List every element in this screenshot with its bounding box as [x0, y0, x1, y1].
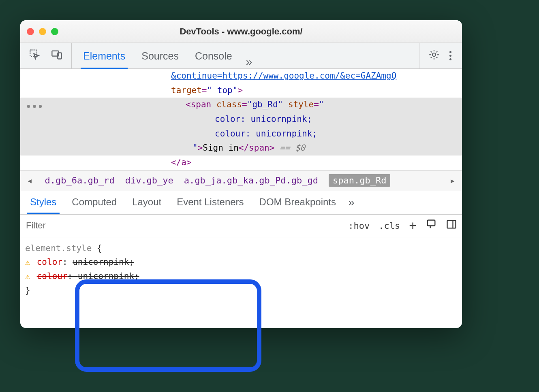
styles-toolbar: :hov .cls + — [20, 215, 462, 237]
zoom-window-button[interactable] — [51, 28, 58, 35]
more-tabs-icon[interactable]: » — [246, 55, 252, 68]
subtab-layout[interactable]: Layout — [129, 192, 165, 213]
dom-url-fragment[interactable]: &continue=https://www.google.com/&ec=GAZ… — [20, 69, 462, 83]
toggle-sidebar-icon[interactable] — [446, 219, 457, 232]
breadcrumb-item[interactable]: a.gb_ja.gb_ka.gb_Pd.gb_gd — [184, 175, 318, 185]
window-controls — [27, 28, 58, 35]
devtools-window: DevTools - www.google.com/ Elements Sour… — [20, 20, 462, 328]
styles-pane[interactable]: element.style { ⚠ color: unicornpink; ⚠ … — [20, 237, 462, 301]
warning-icon: ⚠ — [25, 271, 30, 281]
hov-button[interactable]: :hov — [348, 221, 370, 231]
more-subtabs-icon[interactable]: » — [348, 196, 355, 209]
titlebar: DevTools - www.google.com/ — [20, 20, 462, 43]
breadcrumb[interactable]: ◂ d.gb_6a.gb_rd div.gb_ye a.gb_ja.gb_ka.… — [20, 170, 462, 191]
dom-selected-open[interactable]: ••• <span class="gb_Rd" style=" — [20, 98, 462, 112]
tab-elements[interactable]: Elements — [81, 45, 128, 68]
rule-declaration[interactable]: ⚠ color: unicornpink; — [25, 255, 457, 269]
close-window-button[interactable] — [27, 28, 34, 35]
minimize-window-button[interactable] — [39, 28, 46, 35]
subtab-dom-breakpoints[interactable]: DOM Breakpoints — [256, 192, 339, 213]
expand-icon[interactable]: ••• — [26, 100, 44, 115]
new-rule-button[interactable]: + — [409, 219, 417, 232]
main-toolbar: Elements Sources Console » — [20, 43, 462, 69]
settings-icon[interactable] — [428, 49, 440, 62]
rule-selector[interactable]: element.style { — [25, 241, 457, 256]
tab-console[interactable]: Console — [192, 45, 235, 68]
breadcrumb-item[interactable]: d.gb_6a.gb_rd — [45, 175, 114, 185]
svg-point-3 — [432, 53, 436, 56]
breadcrumb-item-selected[interactable]: span.gb_Rd — [329, 174, 390, 187]
dom-selected-close[interactable]: ">Sign in</span> == $0 — [20, 141, 462, 156]
svg-rect-5 — [447, 221, 456, 228]
elements-tree[interactable]: &continue=https://www.google.com/&ec=GAZ… — [20, 69, 462, 170]
window-title: DevTools - www.google.com/ — [20, 26, 462, 37]
dom-style-line-2[interactable]: colour: unicornpink; — [20, 127, 462, 141]
dom-target-line[interactable]: target="_top"> — [20, 83, 462, 98]
subtab-event-listeners[interactable]: Event Listeners — [173, 192, 247, 213]
styles-filter-input[interactable] — [25, 220, 340, 231]
tab-sources[interactable]: Sources — [139, 45, 181, 68]
breadcrumb-item[interactable]: div.gb_ye — [125, 175, 173, 185]
warning-icon: ⚠ — [25, 257, 30, 267]
rule-declaration[interactable]: ⚠ colour: unicornpink; — [25, 269, 457, 283]
dom-style-line-1[interactable]: color: unicornpink; — [20, 112, 462, 127]
subtab-styles[interactable]: Styles — [27, 192, 60, 213]
panel-tabs: Elements Sources Console » — [72, 43, 419, 68]
breadcrumb-prev-icon[interactable]: ◂ — [25, 175, 34, 186]
sidebar-tabs: Styles Computed Layout Event Listeners D… — [20, 191, 462, 215]
dom-close-a[interactable]: </a> — [20, 156, 462, 170]
toggle-device-icon[interactable] — [51, 49, 62, 62]
inspect-element-icon[interactable] — [29, 49, 41, 62]
paint-flashing-icon[interactable] — [426, 219, 437, 232]
breadcrumb-next-icon[interactable]: ▸ — [448, 175, 457, 186]
svg-rect-4 — [428, 220, 435, 226]
more-menu-icon[interactable] — [448, 49, 453, 62]
subtab-computed[interactable]: Computed — [68, 192, 120, 213]
cls-button[interactable]: .cls — [379, 221, 400, 231]
rule-close: } — [25, 283, 457, 298]
